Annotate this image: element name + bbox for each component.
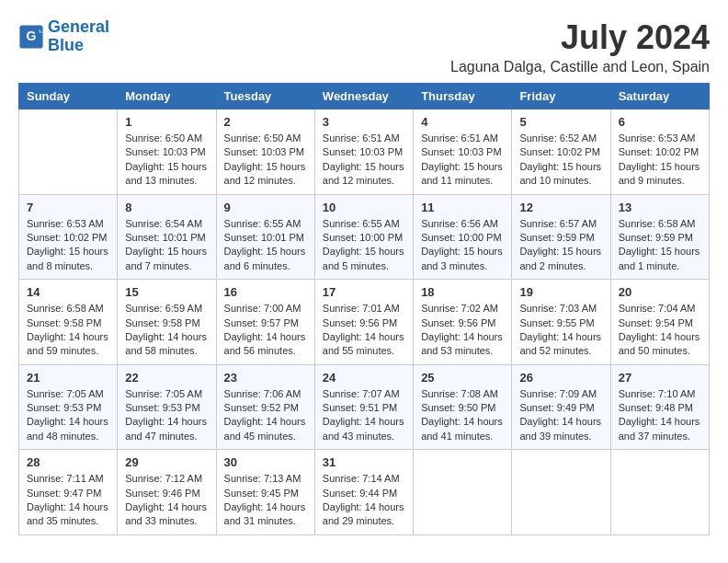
day-number: 13	[619, 201, 701, 214]
day-number: 1	[125, 115, 208, 129]
day-info: Sunrise: 7:07 AM Sunset: 9:51 PM Dayligh…	[323, 387, 405, 444]
table-row: 10 Sunrise: 6:55 AM Sunset: 10:00 PM Day…	[314, 194, 413, 280]
day-number: 29	[125, 455, 208, 469]
day-info: Sunrise: 7:13 AM Sunset: 9:45 PM Dayligh…	[224, 472, 307, 529]
table-row: 30 Sunrise: 7:13 AM Sunset: 9:45 PM Dayl…	[216, 450, 314, 535]
table-row	[19, 109, 118, 195]
day-number: 20	[619, 285, 701, 299]
calendar-table: Sunday Monday Tuesday Wednesday Thursday…	[18, 83, 710, 535]
table-row: 2 Sunrise: 6:50 AM Sunset: 10:03 PM Dayl…	[216, 109, 314, 195]
day-info: Sunrise: 6:53 AM Sunset: 10:02 PM Daylig…	[27, 217, 109, 274]
table-row: 24 Sunrise: 7:07 AM Sunset: 9:51 PM Dayl…	[314, 364, 413, 450]
day-info: Sunrise: 6:57 AM Sunset: 9:59 PM Dayligh…	[519, 217, 602, 274]
day-number: 25	[421, 371, 504, 385]
day-number: 21	[27, 371, 109, 385]
day-number: 6	[619, 115, 701, 129]
day-number: 11	[421, 201, 504, 214]
day-info: Sunrise: 6:56 AM Sunset: 10:00 PM Daylig…	[421, 217, 504, 274]
day-info: Sunrise: 7:01 AM Sunset: 9:56 PM Dayligh…	[323, 302, 405, 359]
table-row: 4 Sunrise: 6:51 AM Sunset: 10:03 PM Dayl…	[414, 109, 512, 195]
month-title: July 2024	[450, 18, 710, 57]
day-number: 2	[224, 115, 307, 129]
table-row: 28 Sunrise: 7:11 AM Sunset: 9:47 PM Dayl…	[19, 450, 118, 535]
day-info: Sunrise: 6:58 AM Sunset: 9:59 PM Dayligh…	[619, 217, 701, 274]
day-info: Sunrise: 7:09 AM Sunset: 9:49 PM Dayligh…	[519, 387, 602, 444]
day-number: 30	[224, 455, 307, 469]
title-area: July 2024 Laguna Dalga, Castille and Leo…	[450, 18, 710, 75]
calendar-week-row: 14 Sunrise: 6:58 AM Sunset: 9:58 PM Dayl…	[19, 280, 710, 365]
day-number: 12	[519, 201, 602, 214]
day-number: 28	[27, 455, 109, 469]
header-monday: Monday	[118, 84, 216, 109]
day-info: Sunrise: 7:10 AM Sunset: 9:48 PM Dayligh…	[619, 387, 701, 444]
table-row: 18 Sunrise: 7:02 AM Sunset: 9:56 PM Dayl…	[414, 280, 512, 365]
day-number: 7	[27, 201, 109, 214]
day-number: 19	[519, 285, 602, 299]
table-row: 11 Sunrise: 6:56 AM Sunset: 10:00 PM Day…	[414, 194, 512, 280]
day-info: Sunrise: 7:08 AM Sunset: 9:50 PM Dayligh…	[421, 387, 504, 444]
header-friday: Friday	[512, 84, 610, 109]
header-thursday: Thursday	[414, 84, 512, 109]
day-info: Sunrise: 7:11 AM Sunset: 9:47 PM Dayligh…	[27, 472, 109, 529]
table-row	[610, 450, 709, 535]
logo-line2: Blue	[48, 36, 84, 54]
day-number: 3	[323, 115, 405, 129]
day-number: 16	[224, 285, 307, 299]
table-row: 26 Sunrise: 7:09 AM Sunset: 9:49 PM Dayl…	[512, 364, 610, 450]
day-number: 4	[421, 115, 504, 129]
table-row: 15 Sunrise: 6:59 AM Sunset: 9:58 PM Dayl…	[118, 280, 216, 365]
logo-line1: General	[48, 17, 109, 36]
day-number: 5	[519, 115, 602, 129]
location-title: Laguna Dalga, Castille and Leon, Spain	[450, 59, 710, 75]
table-row: 7 Sunrise: 6:53 AM Sunset: 10:02 PM Dayl…	[19, 194, 118, 280]
day-info: Sunrise: 6:52 AM Sunset: 10:02 PM Daylig…	[519, 132, 602, 189]
day-info: Sunrise: 6:50 AM Sunset: 10:03 PM Daylig…	[125, 132, 208, 189]
day-info: Sunrise: 6:50 AM Sunset: 10:03 PM Daylig…	[224, 132, 307, 189]
table-row: 5 Sunrise: 6:52 AM Sunset: 10:02 PM Dayl…	[512, 109, 610, 195]
table-row: 21 Sunrise: 7:05 AM Sunset: 9:53 PM Dayl…	[19, 364, 118, 450]
day-info: Sunrise: 7:14 AM Sunset: 9:44 PM Dayligh…	[323, 472, 405, 529]
day-number: 10	[323, 201, 405, 214]
header-sunday: Sunday	[19, 84, 118, 109]
table-row	[414, 450, 512, 535]
day-number: 17	[323, 285, 405, 299]
calendar-week-row: 1 Sunrise: 6:50 AM Sunset: 10:03 PM Dayl…	[19, 109, 710, 195]
table-row: 1 Sunrise: 6:50 AM Sunset: 10:03 PM Dayl…	[118, 109, 216, 195]
table-row: 29 Sunrise: 7:12 AM Sunset: 9:46 PM Dayl…	[118, 450, 216, 535]
table-row	[512, 450, 610, 535]
day-number: 22	[125, 371, 208, 385]
table-row: 14 Sunrise: 6:58 AM Sunset: 9:58 PM Dayl…	[19, 280, 118, 365]
day-info: Sunrise: 6:55 AM Sunset: 10:01 PM Daylig…	[224, 217, 307, 274]
table-row: 17 Sunrise: 7:01 AM Sunset: 9:56 PM Dayl…	[314, 280, 413, 365]
day-info: Sunrise: 6:58 AM Sunset: 9:58 PM Dayligh…	[27, 302, 109, 359]
calendar-header-row: Sunday Monday Tuesday Wednesday Thursday…	[19, 84, 710, 109]
table-row: 13 Sunrise: 6:58 AM Sunset: 9:59 PM Dayl…	[610, 194, 709, 280]
table-row: 25 Sunrise: 7:08 AM Sunset: 9:50 PM Dayl…	[414, 364, 512, 450]
day-info: Sunrise: 7:03 AM Sunset: 9:55 PM Dayligh…	[519, 302, 602, 359]
day-info: Sunrise: 7:12 AM Sunset: 9:46 PM Dayligh…	[125, 472, 208, 529]
header-saturday: Saturday	[610, 84, 709, 109]
day-info: Sunrise: 6:59 AM Sunset: 9:58 PM Dayligh…	[125, 302, 208, 359]
day-number: 23	[224, 371, 307, 385]
svg-text:G: G	[27, 29, 37, 43]
day-number: 8	[125, 201, 208, 214]
day-info: Sunrise: 6:55 AM Sunset: 10:00 PM Daylig…	[323, 217, 405, 274]
day-number: 14	[27, 285, 109, 299]
table-row: 12 Sunrise: 6:57 AM Sunset: 9:59 PM Dayl…	[512, 194, 610, 280]
table-row: 6 Sunrise: 6:53 AM Sunset: 10:02 PM Dayl…	[610, 109, 709, 195]
day-info: Sunrise: 6:51 AM Sunset: 10:03 PM Daylig…	[323, 132, 405, 189]
logo-icon: G	[18, 24, 44, 50]
table-row: 3 Sunrise: 6:51 AM Sunset: 10:03 PM Dayl…	[314, 109, 413, 195]
calendar-week-row: 28 Sunrise: 7:11 AM Sunset: 9:47 PM Dayl…	[19, 450, 710, 535]
page-header: G General Blue July 2024 Laguna Dalga, C…	[18, 18, 710, 75]
day-info: Sunrise: 7:04 AM Sunset: 9:54 PM Dayligh…	[619, 302, 701, 359]
day-info: Sunrise: 7:05 AM Sunset: 9:53 PM Dayligh…	[125, 387, 208, 444]
day-number: 26	[519, 371, 602, 385]
day-info: Sunrise: 6:54 AM Sunset: 10:01 PM Daylig…	[125, 217, 208, 274]
calendar-week-row: 7 Sunrise: 6:53 AM Sunset: 10:02 PM Dayl…	[19, 194, 710, 280]
header-tuesday: Tuesday	[216, 84, 314, 109]
table-row: 9 Sunrise: 6:55 AM Sunset: 10:01 PM Dayl…	[216, 194, 314, 280]
day-info: Sunrise: 6:53 AM Sunset: 10:02 PM Daylig…	[619, 132, 701, 189]
day-number: 27	[619, 371, 701, 385]
table-row: 31 Sunrise: 7:14 AM Sunset: 9:44 PM Dayl…	[314, 450, 413, 535]
